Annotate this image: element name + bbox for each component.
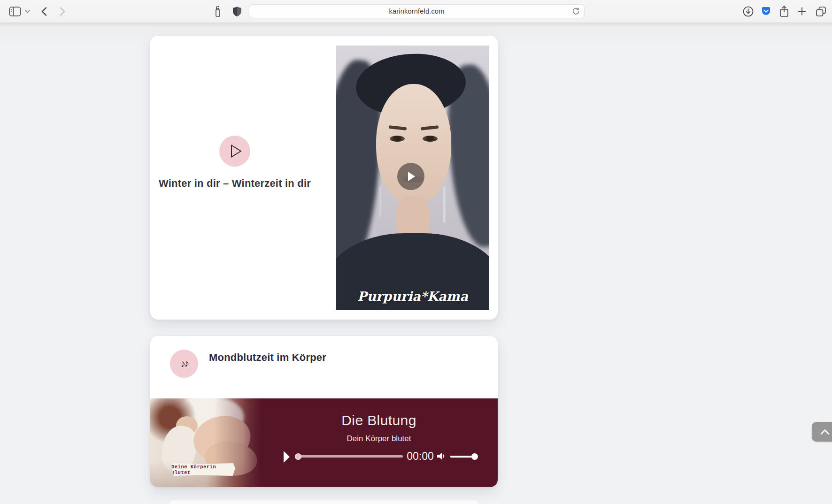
video-title: Winter in dir – Winterzeit in dir xyxy=(159,177,332,190)
play-outline-icon xyxy=(227,144,242,158)
player-play-button[interactable] xyxy=(281,450,293,463)
video-watermark: Purpuria*Kama xyxy=(336,289,489,304)
thumbnail-art xyxy=(390,136,405,142)
track-subtitle: Dein Körper blutet xyxy=(260,434,498,443)
audio-section-card: ♪♪ Mondblutzeit im Körper Deine Körperin… xyxy=(150,336,498,487)
tab-overview-button[interactable] xyxy=(815,6,826,17)
player-panel: Die Blutung Dein Körper blutet 00:00 xyxy=(260,398,498,487)
downloads-button[interactable] xyxy=(742,6,754,17)
video-section-card: Winter in dir – Winterzeit in dir Purpur… xyxy=(150,36,498,320)
url-bar[interactable]: karinkornfeld.com xyxy=(249,4,585,18)
thumbnail-art xyxy=(443,186,446,223)
audio-heading: Mondblutzeit im Körper xyxy=(209,351,326,364)
page-content: Winter in dir – Winterzeit in dir Purpur… xyxy=(0,23,832,504)
scroll-to-top-button[interactable] xyxy=(812,422,832,442)
back-button[interactable] xyxy=(40,7,48,16)
refresh-icon[interactable] xyxy=(572,8,580,15)
sidebar-toggle-button[interactable] xyxy=(8,6,22,16)
browser-toolbar: karinkornfeld.com xyxy=(0,0,832,23)
artwork-label: Deine Körperin blutet xyxy=(171,463,235,476)
share-button[interactable] xyxy=(779,5,789,17)
cleaner-extension-icon[interactable] xyxy=(213,5,222,17)
pocket-button[interactable] xyxy=(760,6,771,17)
thumbnail-art xyxy=(379,186,381,217)
forward-button[interactable] xyxy=(59,7,66,16)
progress-knob[interactable] xyxy=(295,453,301,460)
current-time: 00:00 xyxy=(404,450,437,463)
new-tab-button[interactable] xyxy=(797,7,806,15)
audio-player: Deine Körperin blutet Die Blutung Dein K… xyxy=(150,398,498,487)
video-play-button[interactable] xyxy=(397,163,424,190)
volume-knob[interactable] xyxy=(471,453,478,460)
volume-slider[interactable] xyxy=(450,456,477,458)
video-thumbnail[interactable]: Purpuria*Kama xyxy=(336,46,489,310)
speaker-icon[interactable] xyxy=(436,451,447,462)
shield-extension-icon[interactable] xyxy=(232,6,242,17)
track-title: Die Blutung xyxy=(260,412,498,428)
play-button[interactable] xyxy=(219,136,250,167)
thumbnail-art xyxy=(423,136,438,142)
progress-bar[interactable] xyxy=(295,455,403,458)
sidebar-chevron-down-icon[interactable] xyxy=(24,9,30,13)
player-artwork: Deine Körperin blutet xyxy=(150,398,260,487)
music-notes-icon: ♪♪ xyxy=(170,350,198,378)
url-text: karinkornfeld.com xyxy=(389,8,445,15)
chevron-up-icon xyxy=(820,428,830,435)
next-card-edge xyxy=(169,500,479,504)
